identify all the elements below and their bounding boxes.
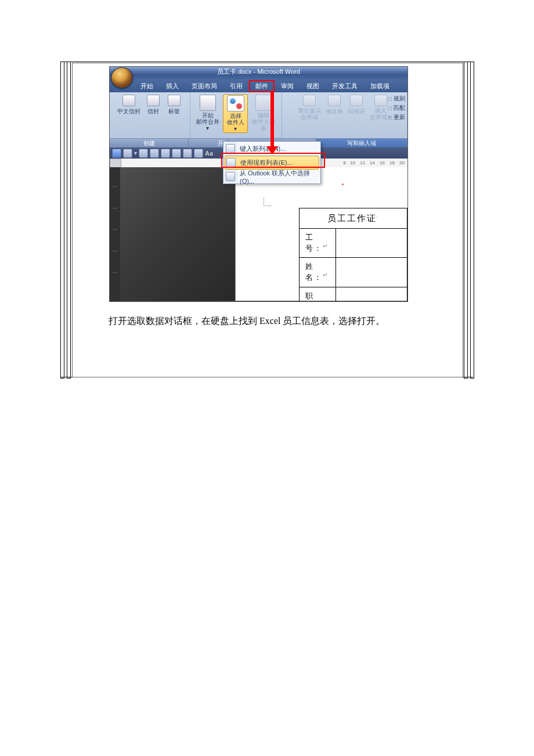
group-label-create: 创建 (110, 139, 189, 147)
label-start-merge: 开始邮件合并 ▾ (195, 112, 220, 131)
side-rules[interactable]: 规则 (388, 94, 405, 103)
employee-card-table: 员工工作证. 工号：↵ 姓名：↵ 职位：↵ (299, 208, 407, 302)
card-title: 员工工作证. (300, 208, 407, 229)
new-list-icon (226, 144, 235, 153)
table-border-r2 (470, 62, 474, 379)
tab-review[interactable]: 审阅 (275, 80, 300, 92)
ribbon-group-start: 开始邮件合并 ▾ 选择收件人 ▾ 编辑收件人列表 (190, 92, 282, 138)
tab-reference[interactable]: 引用 (223, 80, 249, 92)
label-icon (168, 95, 181, 106)
qat-icon[interactable] (172, 149, 181, 158)
tab-insert[interactable]: 插入 (160, 80, 185, 92)
tab-start[interactable]: 开始 (134, 80, 160, 92)
group-label-fields: 写和插入域 (316, 139, 407, 147)
tab-layout[interactable]: 页面布局 (185, 80, 223, 92)
navigation-panel: — — — — — (110, 167, 236, 301)
document-area: — — — — — 员工工作证. 工号：↵ (110, 167, 407, 301)
menu-from-outlook[interactable]: 从 Outlook 联系人中选择(O)... (223, 170, 320, 183)
tab-mailings[interactable]: 邮件 (249, 80, 275, 92)
content-cell: 员工卡.docx - Microsoft Word 开始 插入 页面布局 引用 … (72, 63, 463, 377)
label-greeting: 问候语 (348, 107, 365, 116)
menu-new-list-label: 键入新列表(N)... (240, 145, 286, 153)
table-border-2 (67, 62, 71, 379)
insert-field-icon (374, 95, 387, 106)
btn-select-recipients[interactable]: 选择收件人 ▾ (223, 94, 247, 133)
label-envelope: 信封 (147, 107, 159, 116)
label-select-recipients: 选择收件人 ▾ (225, 113, 245, 132)
ribbon: 中文信封 信封 标签 (110, 92, 407, 139)
envelope-icon (147, 95, 160, 106)
instruction-text: 打开选取数据对话框，在硬盘上找到 Excel 员工信息表，选择打开。 (90, 313, 445, 329)
btn-labels[interactable]: 标签 (164, 94, 184, 116)
vertical-ruler: — — — — — (110, 167, 120, 301)
btn-highlight-field[interactable]: 突出显示合并域 (296, 94, 323, 121)
ribbon-group-create: 中文信封 信封 标签 (110, 92, 190, 138)
menu-use-existing-label: 使用现有列表(E)... (240, 159, 293, 167)
tab-devtools[interactable]: 开发工具 (326, 80, 364, 92)
ribbon-side-items: 规则 匹配 更新 (388, 94, 405, 122)
watermark: www.bdocx.com (73, 350, 463, 377)
titlebar: 员工卡.docx - Microsoft Word (110, 67, 407, 80)
document-icon (200, 95, 216, 111)
undo-icon[interactable] (123, 149, 132, 158)
btn-edit-recipients[interactable]: 编辑收件人列表 (249, 94, 279, 133)
row-position-value[interactable] (336, 287, 407, 302)
greeting-icon (350, 95, 363, 106)
word-screenshot: 员工卡.docx - Microsoft Word 开始 插入 页面布局 引用 … (109, 66, 408, 302)
tab-addins[interactable]: 加载项 (364, 80, 396, 92)
people-icon (227, 95, 244, 111)
menu-use-existing[interactable]: 使用现有列表(E)... (225, 156, 319, 170)
document-page[interactable]: 员工工作证. 工号：↵ 姓名：↵ 职位：↵ (236, 167, 407, 301)
btn-address[interactable]: 地址块 (324, 94, 345, 121)
side-update[interactable]: 更新 (388, 113, 405, 122)
menu-from-outlook-label: 从 Outlook 联系人中选择(O)... (240, 169, 318, 185)
page-corner-marker (264, 197, 272, 206)
table-border-top (60, 62, 473, 62)
btn-envelope[interactable]: 信封 (143, 94, 163, 116)
row-name-value[interactable] (336, 258, 407, 287)
office-button[interactable] (111, 67, 133, 88)
tab-view[interactable]: 视图 (300, 80, 326, 92)
ribbon-tabs: 开始 插入 页面布局 引用 邮件 审阅 视图 开发工具 加载项 (110, 80, 407, 92)
qat-icon[interactable] (161, 149, 170, 158)
btn-start-merge[interactable]: 开始邮件合并 ▾ (193, 94, 222, 133)
envelope-icon (122, 95, 135, 106)
side-match[interactable]: 匹配 (388, 103, 405, 113)
address-icon (328, 95, 341, 106)
cursor-marker (342, 183, 344, 185)
table-border-outer (60, 62, 64, 379)
outlook-icon (226, 172, 235, 181)
highlight-icon (303, 95, 316, 106)
edit-list-icon (255, 95, 272, 111)
window-title: 员工卡.docx - Microsoft Word (110, 67, 407, 75)
row-id-value[interactable] (336, 229, 407, 258)
table-border-r1 (464, 62, 468, 379)
btn-greeting[interactable]: 问候语 (346, 94, 367, 121)
row-position-label: 职位：↵ (300, 287, 336, 302)
qat-icon[interactable] (150, 149, 159, 158)
ribbon-group-fields: 突出显示合并域 地址块 问候语 插入合并域 ▾ (282, 92, 407, 138)
row-name-label: 姓名：↵ (300, 258, 336, 287)
qat-icon[interactable] (183, 149, 192, 158)
label-cn-envelope: 中文信封 (117, 107, 140, 116)
qat-icon[interactable] (139, 149, 148, 158)
btn-cn-envelope[interactable]: 中文信封 (116, 94, 142, 116)
label-labels: 标签 (168, 107, 180, 116)
qat-icon[interactable] (194, 149, 203, 158)
save-icon[interactable] (112, 149, 121, 158)
label-highlight: 突出显示合并域 (298, 107, 321, 120)
label-address: 地址块 (326, 107, 343, 116)
row-id-label: 工号：↵ (300, 229, 336, 258)
existing-list-icon (226, 158, 236, 167)
